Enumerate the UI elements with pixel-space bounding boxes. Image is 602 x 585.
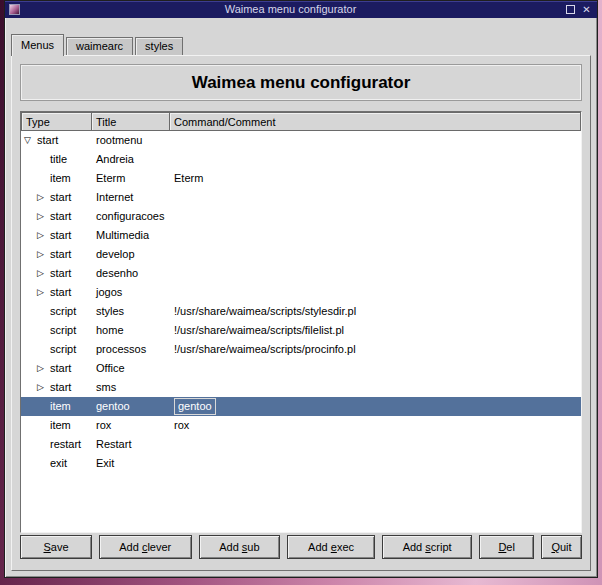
cell-command	[170, 283, 581, 302]
cell-command	[170, 245, 581, 264]
cell-title: Exit	[92, 454, 170, 473]
cell-title: home	[92, 321, 170, 340]
cell-title: desenho	[92, 264, 170, 283]
cell-type: start	[50, 362, 71, 374]
close-button[interactable]: ✕	[580, 3, 593, 16]
column-header-type[interactable]: Type	[21, 112, 92, 131]
app-window: Waimea menu configurator ✕ Menuswaimearc…	[4, 0, 598, 578]
expander-closed-icon[interactable]: ▷	[37, 264, 50, 283]
tab-bar: Menuswaimearcstyles	[11, 34, 185, 55]
table-row[interactable]: itemEtermEterm	[21, 169, 581, 188]
cell-command: Eterm	[170, 169, 581, 188]
cell-command	[170, 188, 581, 207]
cell-title: processos	[92, 340, 170, 359]
cell-type: start	[50, 286, 71, 298]
table-row[interactable]: ▷startdesenho	[21, 264, 581, 283]
save-button[interactable]: Save	[20, 535, 92, 559]
cell-type: item	[50, 400, 71, 412]
tab-menus[interactable]: Menus	[11, 34, 64, 56]
cell-title: configuracoes	[92, 207, 170, 226]
cell-type: script	[50, 305, 76, 317]
cell-type: exit	[50, 457, 67, 469]
del-button[interactable]: Del	[479, 535, 534, 559]
cell-command	[170, 359, 581, 378]
table-row[interactable]: scripthome!/usr/share/waimea/scripts/fil…	[21, 321, 581, 340]
cell-command	[170, 226, 581, 245]
table-row[interactable]: scriptprocessos!/usr/share/waimea/script…	[21, 340, 581, 359]
expander-closed-icon[interactable]: ▷	[37, 226, 50, 245]
cell-command	[170, 207, 581, 226]
cell-title: gentoo	[92, 397, 170, 416]
cell-type: start	[50, 248, 71, 260]
header-frame: Waimea menu configurator	[20, 64, 582, 101]
table-row[interactable]: ▷startInternet	[21, 188, 581, 207]
maximize-button[interactable]	[564, 3, 577, 16]
tab-waimearc[interactable]: waimearc	[66, 37, 133, 55]
menu-tree: TypeTitleCommand/Comment ▽startrootmenut…	[20, 111, 582, 533]
expander-closed-icon[interactable]: ▷	[37, 188, 50, 207]
table-row[interactable]: ▽startrootmenu	[21, 131, 581, 150]
add-sub-button[interactable]: Add sub	[199, 535, 281, 559]
tree-body: ▽startrootmenutitleAndreiaitemEtermEterm…	[21, 131, 581, 473]
table-row[interactable]: ▷startdevelop	[21, 245, 581, 264]
expander-closed-icon[interactable]: ▷	[37, 378, 50, 397]
cell-type: restart	[50, 438, 81, 450]
cell-title: Eterm	[92, 169, 170, 188]
table-row[interactable]: itemroxrox	[21, 416, 581, 435]
cell-type: start	[50, 381, 71, 393]
cell-title: styles	[92, 302, 170, 321]
table-row[interactable]: ▷startOffice	[21, 359, 581, 378]
column-header-title[interactable]: Title	[92, 112, 170, 131]
cell-title: Andreia	[92, 150, 170, 169]
cell-type: start	[50, 191, 71, 203]
cell-title: develop	[92, 245, 170, 264]
action-button-row: SaveAdd cleverAdd subAdd execAdd scriptD…	[20, 535, 582, 559]
window-icon	[9, 4, 20, 15]
cell-edit-box[interactable]: gentoo	[174, 398, 216, 415]
table-row[interactable]: titleAndreia	[21, 150, 581, 169]
cell-title: Internet	[92, 188, 170, 207]
table-row[interactable]: itemgentoogentoo	[21, 397, 581, 416]
cell-type: title	[50, 153, 67, 165]
table-row[interactable]: exitExit	[21, 454, 581, 473]
cell-command	[170, 131, 581, 150]
cell-type: script	[50, 343, 76, 355]
table-row[interactable]: ▷startconfiguracoes	[21, 207, 581, 226]
cell-title: rox	[92, 416, 170, 435]
cell-command	[170, 378, 581, 397]
table-row[interactable]: restartRestart	[21, 435, 581, 454]
add-clever-button[interactable]: Add clever	[99, 535, 191, 559]
cell-title: Multimedia	[92, 226, 170, 245]
expander-closed-icon[interactable]: ▷	[37, 283, 50, 302]
cell-command: !/usr/share/waimea/scripts/filelist.pl	[170, 321, 581, 340]
cell-type: start	[50, 267, 71, 279]
cell-type: item	[50, 419, 71, 431]
window-controls: ✕	[561, 3, 593, 16]
page-title: Waimea menu configurator	[192, 73, 411, 93]
table-row[interactable]: ▷startjogos	[21, 283, 581, 302]
table-row[interactable]: ▷startsms	[21, 378, 581, 397]
tab-styles[interactable]: styles	[135, 37, 183, 55]
window-title: Waimea menu configurator	[20, 1, 561, 18]
cell-type: script	[50, 324, 76, 336]
titlebar[interactable]: Waimea menu configurator ✕	[5, 1, 597, 18]
cell-type: start	[50, 210, 71, 222]
cell-title: Restart	[92, 435, 170, 454]
add-script-button[interactable]: Add script	[382, 535, 473, 559]
cell-title: Office	[92, 359, 170, 378]
expander-closed-icon[interactable]: ▷	[37, 359, 50, 378]
table-row[interactable]: scriptstyles!/usr/share/waimea/scripts/s…	[21, 302, 581, 321]
tree-column-headers: TypeTitleCommand/Comment	[21, 112, 581, 131]
expander-closed-icon[interactable]: ▷	[37, 245, 50, 264]
cell-command	[170, 454, 581, 473]
cell-command: !/usr/share/waimea/scripts/stylesdir.pl	[170, 302, 581, 321]
table-row[interactable]: ▷startMultimedia	[21, 226, 581, 245]
expander-closed-icon[interactable]: ▷	[37, 207, 50, 226]
cell-command: !/usr/share/waimea/scripts/procinfo.pl	[170, 340, 581, 359]
add-exec-button[interactable]: Add exec	[287, 535, 375, 559]
close-icon: ✕	[582, 4, 590, 15]
column-header-command-comment[interactable]: Command/Comment	[170, 112, 581, 131]
quit-button[interactable]: Quit	[541, 535, 582, 559]
cell-type: start	[37, 134, 58, 146]
expander-open-icon[interactable]: ▽	[24, 131, 37, 150]
